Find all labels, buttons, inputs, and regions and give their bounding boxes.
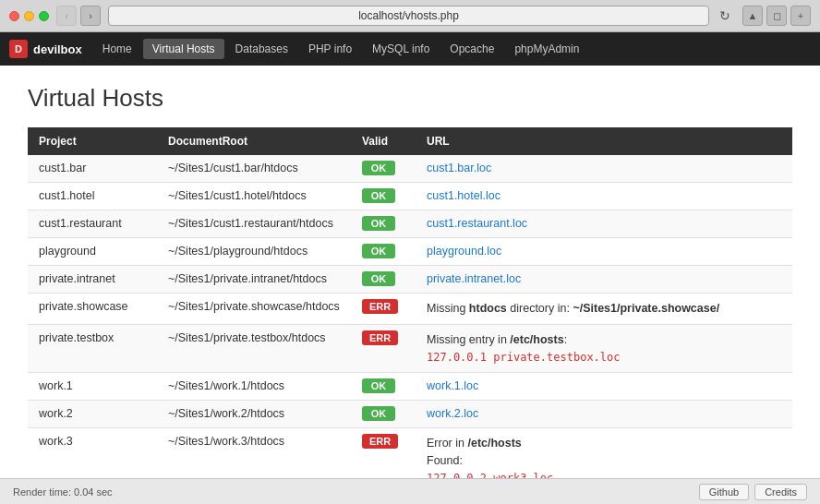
brand-name: devilbox bbox=[33, 42, 82, 56]
back-button[interactable]: ‹ bbox=[56, 6, 77, 26]
cell-url: Error in /etc/hostsFound:127.0.0.2 work3… bbox=[416, 428, 792, 478]
render-time: Render time: 0.04 sec bbox=[13, 486, 699, 498]
nav-links: Home Virtual Hosts Databases PHP info My… bbox=[93, 39, 589, 59]
table-header-row: Project DocumentRoot Valid URL bbox=[28, 127, 792, 155]
nav-virtual-hosts[interactable]: Virtual Hosts bbox=[143, 39, 224, 59]
cell-project: work.1 bbox=[28, 373, 157, 401]
footer-actions: Github Credits bbox=[699, 484, 807, 500]
app-navbar: D devilbox Home Virtual Hosts Databases … bbox=[0, 32, 820, 66]
traffic-lights bbox=[9, 11, 49, 21]
status-badge: OK bbox=[362, 161, 395, 175]
cell-valid: OK bbox=[351, 266, 416, 294]
table-row: work.3~/Sites1/work.3/htdocsERRError in … bbox=[28, 428, 792, 478]
github-button[interactable]: Github bbox=[699, 484, 749, 500]
cell-docroot: ~/Sites1/cust1.hotel/htdocs bbox=[157, 183, 351, 210]
cell-valid: ERR bbox=[351, 428, 416, 478]
browser-nav: ‹ › bbox=[56, 6, 101, 26]
cell-project: private.showcase bbox=[28, 294, 157, 325]
error-content: Error in /etc/hostsFound:127.0.0.2 work3… bbox=[427, 435, 781, 478]
address-bar[interactable]: localhost/vhosts.php bbox=[108, 6, 709, 26]
status-badge: ERR bbox=[362, 330, 398, 345]
status-badge: OK bbox=[362, 406, 395, 421]
table-row: cust1.hotel~/Sites1/cust1.hotel/htdocsOK… bbox=[28, 183, 792, 210]
nav-mysql-info[interactable]: MySQL info bbox=[363, 39, 439, 59]
nav-home[interactable]: Home bbox=[93, 39, 141, 59]
nav-phpmyadmin[interactable]: phpMyAdmin bbox=[505, 39, 588, 59]
maximize-button[interactable] bbox=[39, 11, 49, 21]
cell-project: private.intranet bbox=[28, 266, 157, 294]
cell-project: cust1.bar bbox=[28, 155, 157, 183]
url-link[interactable]: work.1.loc bbox=[427, 379, 478, 392]
cell-valid: OK bbox=[351, 210, 416, 238]
close-button[interactable] bbox=[9, 11, 19, 21]
cell-docroot: ~/Sites1/playground/htdocs bbox=[157, 238, 351, 266]
error-content: Missing entry in /etc/hosts:127.0.0.1 pr… bbox=[427, 331, 781, 366]
cell-project: work.2 bbox=[28, 401, 157, 428]
cell-url: Missing entry in /etc/hosts:127.0.0.1 pr… bbox=[416, 324, 792, 373]
status-badge: ERR bbox=[362, 299, 398, 314]
browser-footer: Render time: 0.04 sec Github Credits bbox=[0, 478, 820, 504]
browser-titlebar: ‹ › localhost/vhosts.php ↻ ▲ ◻ + bbox=[0, 0, 820, 32]
cell-valid: OK bbox=[351, 373, 416, 401]
url-link[interactable]: cust1.restaurant.loc bbox=[427, 217, 527, 230]
url-link[interactable]: cust1.hotel.loc bbox=[427, 189, 500, 202]
forward-button[interactable]: › bbox=[80, 6, 101, 26]
minimize-button[interactable] bbox=[24, 11, 34, 21]
cell-project: playground bbox=[28, 238, 157, 266]
cell-docroot: ~/Sites1/private.intranet/htdocs bbox=[157, 266, 351, 294]
cell-project: cust1.restaurant bbox=[28, 210, 157, 238]
cell-url: work.1.loc bbox=[416, 373, 792, 401]
cell-url: Missing htdocs directory in: ~/Sites1/pr… bbox=[416, 294, 792, 325]
app-logo: D devilbox bbox=[9, 40, 82, 58]
add-tab-button[interactable]: + bbox=[790, 6, 811, 26]
vhosts-table: Project DocumentRoot Valid URL cust1.bar… bbox=[28, 127, 792, 478]
cell-project: cust1.hotel bbox=[28, 183, 157, 210]
share-button[interactable]: ▲ bbox=[742, 6, 763, 26]
cell-docroot: ~/Sites1/work.1/htdocs bbox=[157, 373, 351, 401]
cell-url: work.2.loc bbox=[416, 401, 792, 428]
status-badge: OK bbox=[362, 271, 395, 286]
cell-docroot: ~/Sites1/private.showcase/htdocs bbox=[157, 294, 351, 325]
table-row: private.showcase~/Sites1/private.showcas… bbox=[28, 294, 792, 325]
cell-url: cust1.hotel.loc bbox=[416, 183, 792, 210]
th-project: Project bbox=[28, 127, 157, 155]
nav-opcache[interactable]: Opcache bbox=[440, 39, 503, 59]
url-link[interactable]: work.2.loc bbox=[427, 407, 478, 420]
new-tab-button[interactable]: ◻ bbox=[766, 6, 787, 26]
cell-valid: OK bbox=[351, 183, 416, 210]
table-row: playground~/Sites1/playground/htdocsOKpl… bbox=[28, 238, 792, 266]
status-badge: OK bbox=[362, 244, 395, 258]
logo-icon: D bbox=[9, 40, 28, 58]
cell-url: private.intranet.loc bbox=[416, 266, 792, 294]
table-row: private.intranet~/Sites1/private.intrane… bbox=[28, 266, 792, 294]
refresh-button[interactable]: ↻ bbox=[715, 6, 735, 26]
cell-project: work.3 bbox=[28, 428, 157, 478]
cell-valid: OK bbox=[351, 401, 416, 428]
table-row: private.testbox~/Sites1/private.testbox/… bbox=[28, 324, 792, 373]
table-row: work.1~/Sites1/work.1/htdocsOKwork.1.loc bbox=[28, 373, 792, 401]
status-badge: OK bbox=[362, 188, 395, 203]
cell-docroot: ~/Sites1/cust1.bar/htdocs bbox=[157, 155, 351, 183]
nav-databases[interactable]: Databases bbox=[226, 39, 297, 59]
cell-docroot: ~/Sites1/private.testbox/htdocs bbox=[157, 324, 351, 373]
credits-button[interactable]: Credits bbox=[754, 484, 807, 500]
th-url: URL bbox=[416, 127, 792, 155]
th-docroot: DocumentRoot bbox=[157, 127, 351, 155]
cell-docroot: ~/Sites1/work.3/htdocs bbox=[157, 428, 351, 478]
cell-valid: OK bbox=[351, 238, 416, 266]
url-link[interactable]: playground.loc bbox=[427, 245, 501, 258]
cell-url: cust1.restaurant.loc bbox=[416, 210, 792, 238]
status-badge: ERR bbox=[362, 434, 398, 449]
nav-php-info[interactable]: PHP info bbox=[299, 39, 361, 59]
table-row: cust1.restaurant~/Sites1/cust1.restauran… bbox=[28, 210, 792, 238]
browser-content: D devilbox Home Virtual Hosts Databases … bbox=[0, 32, 820, 478]
cell-project: private.testbox bbox=[28, 324, 157, 373]
cell-valid: ERR bbox=[351, 294, 416, 325]
url-link[interactable]: cust1.bar.loc bbox=[427, 162, 491, 174]
table-row: work.2~/Sites1/work.2/htdocsOKwork.2.loc bbox=[28, 401, 792, 428]
cell-valid: OK bbox=[351, 155, 416, 183]
url-link[interactable]: private.intranet.loc bbox=[427, 272, 521, 285]
cell-url: cust1.bar.loc bbox=[416, 155, 792, 183]
status-badge: OK bbox=[362, 216, 395, 231]
page-content: Virtual Hosts Project DocumentRoot Valid… bbox=[0, 66, 820, 478]
